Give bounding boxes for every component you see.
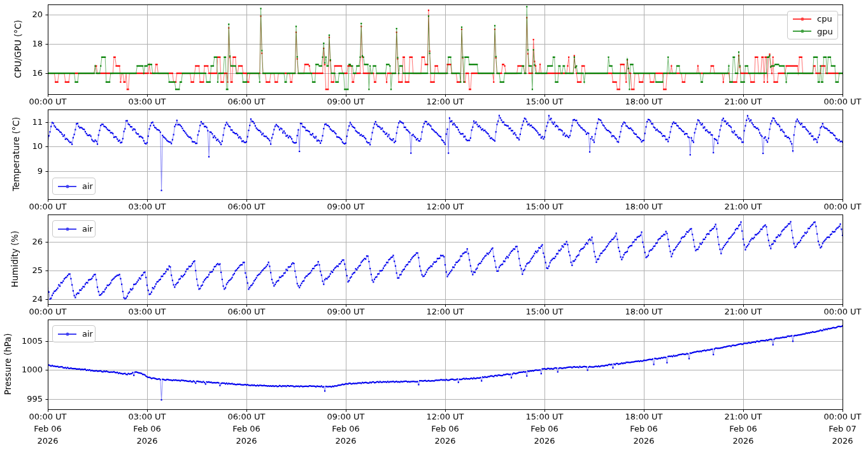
x-tick-label: 00:00 UT xyxy=(29,307,66,316)
x-tick-label: 06:00 UT xyxy=(227,307,265,316)
y-tick-label: 9 xyxy=(0,166,43,176)
chart-canvas xyxy=(0,0,868,450)
legend-line-sample xyxy=(58,334,76,335)
legend-marker-dot xyxy=(66,332,69,335)
y-tick-label: 20 xyxy=(0,10,43,20)
x-tick-label: 00:00 UT xyxy=(29,412,66,421)
legend-entry-gpu: gpu xyxy=(793,25,832,38)
x-tick-date: Feb 06 xyxy=(431,424,459,433)
x-tick-year: 2026 xyxy=(136,436,157,446)
y-tick-label: 10 xyxy=(0,141,43,151)
legend-line-sample xyxy=(793,31,811,32)
x-tick-label: 00:00 UT xyxy=(823,202,861,211)
x-tick-label: 12:00 UT xyxy=(426,412,464,421)
x-tick-label: 06:00 UT xyxy=(227,412,265,421)
x-tick-date: Feb 07 xyxy=(829,424,857,433)
legend-entry-air: air xyxy=(58,180,90,193)
legend-label: air xyxy=(82,225,93,233)
legend-label: air xyxy=(82,182,93,190)
legend-entry-cpu: cpu xyxy=(793,13,832,25)
x-tick-date: Feb 06 xyxy=(630,424,658,433)
y-tick-label: 1000 xyxy=(0,365,43,375)
x-tick-date: Feb 06 xyxy=(332,424,360,433)
legend-line-sample xyxy=(58,186,76,187)
y-tick-label: 16 xyxy=(0,68,43,78)
x-tick-label: 12:00 UT xyxy=(426,202,464,211)
x-tick-label: 09:00 UT xyxy=(327,307,364,316)
x-tick-label: 03:00 UT xyxy=(128,412,166,421)
legend-line-sample xyxy=(793,18,811,20)
ylabel-temperature: Temperature (°C) xyxy=(11,117,21,192)
y-tick-label: 26 xyxy=(0,237,43,247)
y-tick-label: 1005 xyxy=(0,336,43,346)
legend-label: gpu xyxy=(817,27,833,36)
legend-air-humidity: air xyxy=(52,220,96,237)
legend-marker-dot xyxy=(66,185,69,188)
x-tick-label: 03:00 UT xyxy=(128,97,166,106)
legend-air-temperature: air xyxy=(52,178,96,195)
y-tick-label: 995 xyxy=(0,394,43,404)
y-tick-label: 11 xyxy=(0,117,43,127)
y-tick-label: 18 xyxy=(0,39,43,49)
x-tick-label: 15:00 UT xyxy=(525,307,563,316)
x-tick-label: 00:00 UT xyxy=(29,97,66,106)
x-tick-year: 2026 xyxy=(633,436,654,446)
x-tick-label: 18:00 UT xyxy=(625,412,662,421)
legend-air-pressure: air xyxy=(52,325,96,342)
x-tick-label: 15:00 UT xyxy=(525,412,563,421)
x-tick-label: 21:00 UT xyxy=(724,202,762,211)
x-tick-label: 21:00 UT xyxy=(724,97,762,106)
x-tick-label: 06:00 UT xyxy=(227,97,265,106)
x-tick-date: Feb 06 xyxy=(133,424,161,433)
x-tick-date: Feb 06 xyxy=(34,424,62,433)
x-tick-label: 18:00 UT xyxy=(625,97,662,106)
x-tick-label: 21:00 UT xyxy=(724,412,762,421)
x-tick-label: 15:00 UT xyxy=(525,97,563,106)
x-tick-year: 2026 xyxy=(832,436,853,446)
x-tick-label: 03:00 UT xyxy=(128,307,166,316)
x-tick-year: 2026 xyxy=(732,436,753,446)
x-tick-date: Feb 06 xyxy=(729,424,757,433)
x-tick-year: 2026 xyxy=(335,436,356,446)
x-tick-label: 21:00 UT xyxy=(724,307,762,316)
x-tick-year: 2026 xyxy=(434,436,455,446)
y-tick-label: 25 xyxy=(0,265,43,276)
x-tick-label: 00:00 UT xyxy=(823,97,861,106)
x-tick-label: 09:00 UT xyxy=(327,97,364,106)
x-tick-year: 2026 xyxy=(534,436,555,446)
y-tick-label: 24 xyxy=(0,294,43,304)
x-tick-label: 00:00 UT xyxy=(823,307,861,316)
x-tick-label: 09:00 UT xyxy=(327,202,364,211)
x-tick-label: 03:00 UT xyxy=(128,202,166,211)
x-tick-label: 00:00 UT xyxy=(823,412,861,421)
x-tick-label: 09:00 UT xyxy=(327,412,364,421)
x-tick-label: 00:00 UT xyxy=(29,202,66,211)
x-tick-year: 2026 xyxy=(236,436,257,446)
x-tick-label: 18:00 UT xyxy=(625,307,662,316)
x-tick-label: 18:00 UT xyxy=(625,202,662,211)
legend-cpu-gpu-temperature: cpugpu xyxy=(787,11,838,39)
legend-marker-dot xyxy=(800,17,804,20)
x-tick-label: 12:00 UT xyxy=(426,307,464,316)
x-tick-date: Feb 06 xyxy=(530,424,559,433)
legend-marker-dot xyxy=(66,227,69,230)
legend-entry-air: air xyxy=(58,223,90,236)
legend-label: cpu xyxy=(817,15,832,23)
x-tick-label: 12:00 UT xyxy=(426,97,464,106)
x-tick-label: 06:00 UT xyxy=(227,202,265,211)
legend-label: air xyxy=(82,330,93,338)
legend-marker-dot xyxy=(800,30,804,33)
weather-telemetry-figure: CPU/GPU (°C) Temperature (°C) Humidity (… xyxy=(0,0,868,450)
x-tick-date: Feb 06 xyxy=(232,424,260,433)
legend-entry-air: air xyxy=(58,328,90,341)
x-tick-label: 15:00 UT xyxy=(525,202,563,211)
legend-line-sample xyxy=(58,229,76,230)
x-tick-year: 2026 xyxy=(37,436,58,446)
